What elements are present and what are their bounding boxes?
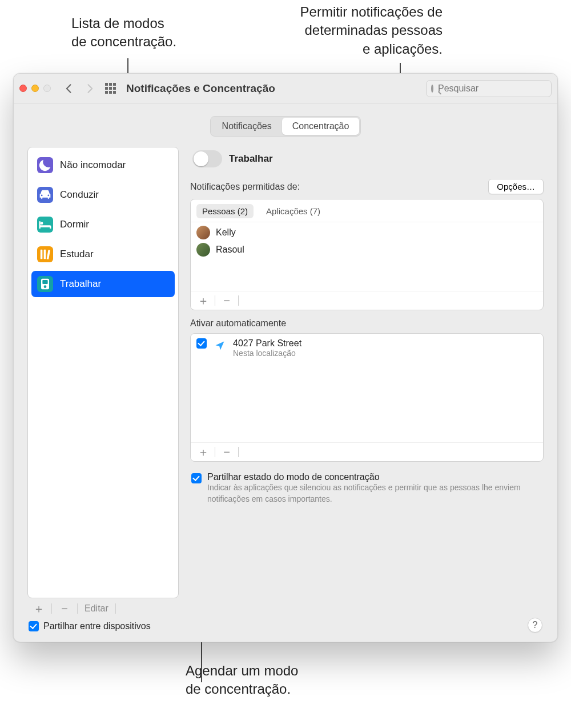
share-across-devices-row[interactable]: Partilhar entre dispositivos	[27, 615, 179, 631]
tabs-row: Notificações Concentração	[27, 103, 544, 147]
person-name: Kelly	[216, 227, 236, 238]
sidebar-item-label: Não incomodar	[60, 159, 126, 171]
allowed-card: Pessoas (2) Aplicações (7) Kelly Rasoul	[190, 199, 544, 310]
books-icon	[37, 246, 53, 262]
divider	[115, 603, 116, 614]
checkbox-icon	[191, 473, 202, 483]
share-status-row[interactable]: Partilhar estado do modo de concentração…	[190, 470, 544, 505]
tab-notifications[interactable]: Notificações	[212, 118, 282, 135]
share-status-subtitle: Indicar às aplicações que silenciou as n…	[207, 482, 542, 505]
sidebar-item-driving[interactable]: Conduzir	[31, 182, 175, 208]
segmented-control: Notificações Concentração	[210, 116, 361, 137]
auto-card-footer: ＋ −	[191, 442, 543, 461]
callout-modes-list: Lista de modos de concentração.	[71, 14, 176, 51]
focus-sidebar: Não incomodar Conduzir Dormir	[27, 147, 179, 631]
svg-rect-2	[47, 250, 50, 259]
share-status-title: Partilhar estado do modo de concentração	[207, 472, 542, 482]
grid-icon	[105, 83, 116, 94]
list-item[interactable]: Rasoul	[196, 243, 537, 257]
divider	[77, 603, 78, 614]
mode-enable-switch[interactable]	[192, 150, 222, 167]
add-person-button[interactable]: ＋	[194, 294, 212, 307]
window-title: Notificações e Concentração	[126, 82, 275, 95]
divider	[215, 447, 215, 457]
svg-rect-4	[42, 280, 47, 284]
checkbox-icon	[196, 338, 207, 349]
forward-button[interactable]	[82, 81, 98, 97]
options-button[interactable]: Opções…	[488, 179, 544, 194]
callout-schedule: Agendar um modo de concentração.	[186, 662, 298, 699]
search-input[interactable]	[437, 83, 553, 94]
tab-apps[interactable]: Aplicações (7)	[260, 204, 326, 218]
help-button[interactable]: ?	[528, 618, 542, 633]
auto-item-subtitle: Nesta localização	[233, 349, 301, 358]
auto-on-section: Ativar automaticamente 4027 Park Street	[190, 318, 544, 462]
search-icon	[431, 85, 433, 93]
list-item[interactable]: 4027 Park Street Nesta localização	[196, 338, 537, 358]
allowed-notifications-section: Notificações permitidas de: Opções… Pess…	[190, 179, 544, 310]
auto-item-title: 4027 Park Street	[233, 338, 301, 349]
focus-modes-list: Não incomodar Conduzir Dormir	[27, 147, 179, 598]
checkbox-icon	[29, 621, 39, 631]
divider	[238, 447, 239, 457]
callout-allow-notifications: Permitir notificações de determinadas pe…	[217, 3, 443, 58]
svg-point-5	[44, 285, 47, 288]
mode-title: Trabalhar	[229, 153, 273, 165]
list-item[interactable]: Kelly	[196, 226, 537, 239]
minimize-window-button[interactable]	[31, 85, 39, 92]
zoom-window-button[interactable]	[43, 85, 51, 92]
location-icon	[214, 339, 226, 352]
people-list: Kelly Rasoul	[191, 222, 543, 291]
sidebar-item-work[interactable]: Trabalhar	[31, 271, 175, 297]
bed-icon	[37, 217, 53, 233]
focus-detail: Trabalhar Notificações permitidas de: Op…	[190, 147, 544, 631]
search-field[interactable]	[426, 80, 552, 97]
edit-modes-button[interactable]: Editar	[81, 603, 112, 614]
add-mode-button[interactable]: ＋	[30, 602, 48, 615]
sidebar-item-label: Estudar	[60, 249, 94, 260]
share-across-devices-label: Partilhar entre dispositivos	[43, 621, 151, 631]
divider	[215, 295, 215, 306]
avatar	[196, 226, 210, 239]
people-card-footer: ＋ −	[191, 291, 543, 310]
avatar	[196, 243, 210, 257]
tab-people[interactable]: Pessoas (2)	[196, 204, 254, 218]
close-window-button[interactable]	[19, 85, 27, 92]
tab-focus[interactable]: Concentração	[282, 118, 360, 135]
allowed-from-label: Notificações permitidas de:	[190, 182, 300, 192]
sidebar-item-label: Dormir	[60, 219, 89, 230]
traffic-lights	[19, 85, 51, 92]
svg-rect-0	[41, 250, 43, 259]
person-name: Rasoul	[216, 245, 244, 255]
sidebar-footer: ＋ − Editar	[27, 598, 179, 615]
auto-on-label: Ativar automaticamente	[190, 318, 286, 329]
back-button[interactable]	[61, 81, 77, 97]
sidebar-item-study[interactable]: Estudar	[31, 241, 175, 267]
moon-icon	[37, 157, 53, 173]
sidebar-item-do-not-disturb[interactable]: Não incomodar	[31, 152, 175, 178]
remove-person-button[interactable]: −	[218, 294, 236, 307]
divider	[238, 295, 239, 306]
divider	[51, 603, 52, 614]
remove-mode-button[interactable]: −	[55, 602, 74, 615]
toolbar: Notificações e Concentração	[14, 74, 557, 103]
remove-trigger-button[interactable]: −	[218, 445, 236, 459]
auto-on-list: 4027 Park Street Nesta localização	[191, 334, 543, 442]
mode-enable-row: Trabalhar	[190, 147, 544, 171]
svg-rect-1	[44, 250, 46, 259]
preferences-window: Notificações e Concentração Notificações…	[13, 73, 558, 642]
show-all-button[interactable]	[102, 81, 118, 97]
badge-icon	[37, 276, 53, 292]
sidebar-item-label: Trabalhar	[60, 278, 101, 290]
sidebar-item-label: Conduzir	[60, 189, 99, 201]
auto-on-card: 4027 Park Street Nesta localização ＋ −	[190, 333, 544, 462]
add-trigger-button[interactable]: ＋	[194, 445, 212, 459]
sidebar-item-sleep[interactable]: Dormir	[31, 211, 175, 238]
car-icon	[37, 187, 53, 203]
